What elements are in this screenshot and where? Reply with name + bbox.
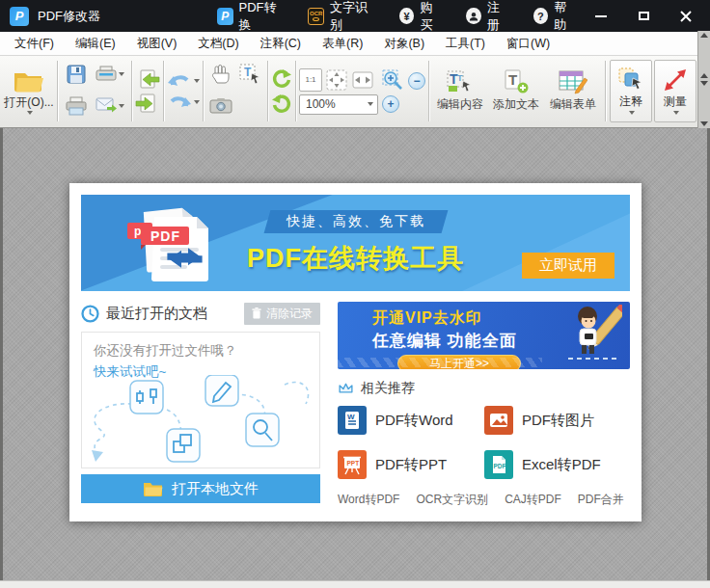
rotate-cw-button[interactable] <box>271 94 292 115</box>
titlebar-link-ocr[interactable]: OCR 文字识别 <box>308 0 375 34</box>
clear-history-button[interactable]: 清除记录 <box>244 303 320 325</box>
recommend-title: 相关推荐 <box>361 380 415 397</box>
maximize-icon <box>639 12 649 20</box>
recommend-pdf-to-image[interactable]: PDF转图片 <box>484 406 630 435</box>
zoom-level-value: 100% <box>306 97 336 111</box>
add-text-icon: T <box>504 69 529 94</box>
recent-documents-section: 最近打开的文档 清除记录 你还没有打开过文件哦？ 快来试试吧~ <box>81 301 320 503</box>
open-dropdown-arrow <box>27 111 33 115</box>
try-now-button[interactable]: 立即试用 <box>522 253 614 279</box>
fit-page-button[interactable] <box>325 68 348 92</box>
svg-text:T: T <box>244 66 252 79</box>
save-icon <box>66 64 87 85</box>
menu-item-comment[interactable]: 注释(C) <box>250 32 312 55</box>
status-bar <box>0 580 710 588</box>
actual-size-button[interactable]: 1:1 <box>299 68 322 92</box>
hand-tool-button[interactable] <box>211 64 231 85</box>
online-convert-banner[interactable]: p PDF 快捷、高效、免下载 PDF在线转换工具 <box>81 195 630 291</box>
titlebar-link-register[interactable]: 注册 <box>466 0 509 34</box>
rotate-ccw-button[interactable] <box>271 68 292 90</box>
fit-width-button[interactable] <box>351 68 374 92</box>
redo-button[interactable] <box>167 94 200 111</box>
marquee-zoom-button[interactable] <box>382 69 405 93</box>
import-page-button[interactable] <box>135 69 160 90</box>
link-ocr[interactable]: OCR文字识别 <box>416 492 488 508</box>
fit-page-icon <box>325 68 348 92</box>
doodle-illustration <box>82 375 317 468</box>
user-register-icon <box>466 8 481 24</box>
app-logo-icon: P <box>10 7 29 26</box>
add-text-button[interactable]: T 添加文本 <box>488 58 544 124</box>
titlebar-link-buy[interactable]: ¥ 购买 <box>399 0 443 34</box>
page-arrow-right-icon <box>135 94 160 114</box>
scanner-icon <box>96 66 117 83</box>
scroll-up-icon <box>700 33 708 38</box>
send-email-button[interactable] <box>96 97 124 114</box>
minimize-button[interactable] <box>587 5 615 28</box>
select-text-button[interactable]: T <box>239 64 260 85</box>
link-word-to-pdf[interactable]: Word转PDF <box>338 492 399 508</box>
measure-button[interactable]: 测量 <box>654 60 696 122</box>
scroll-down-icon <box>700 121 708 126</box>
menu-item-tools[interactable]: 工具(T) <box>435 32 496 55</box>
hand-icon <box>211 64 231 85</box>
svg-text:PPT: PPT <box>347 460 360 467</box>
edit-content-button[interactable]: T T 编辑内容 <box>432 58 488 124</box>
edit-form-button[interactable]: 编辑表单 <box>544 58 602 124</box>
trash-icon <box>252 307 261 319</box>
maximize-button[interactable] <box>629 5 658 28</box>
recent-empty-state: 你还没有打开过文件哦？ 快来试试吧~ <box>81 332 320 468</box>
close-button[interactable] <box>671 5 700 28</box>
svg-text:W: W <box>347 413 355 421</box>
vip-subscribe-button[interactable]: 马上开通>> <box>397 355 521 369</box>
empty-state-line1: 你还没有打开过文件哦？ <box>94 342 308 360</box>
open-file-button[interactable]: 打开(O)... <box>4 58 54 124</box>
link-pdf-merge[interactable]: PDF合并 <box>578 492 624 508</box>
recommend-pdf-to-ppt[interactable]: PPT PDF转PPT <box>338 450 484 479</box>
folder-icon <box>143 481 163 496</box>
yen-buy-icon: ¥ <box>399 8 415 24</box>
menu-item-window[interactable]: 窗口(W) <box>496 32 560 55</box>
excel-to-pdf-icon: PDF <box>484 450 513 479</box>
link-caj-to-pdf[interactable]: CAJ转PDF <box>505 492 561 508</box>
ocr-icon: OCR <box>308 8 324 25</box>
open-folder-icon <box>13 68 45 94</box>
export-page-button[interactable] <box>135 94 160 114</box>
printer-icon <box>66 96 87 116</box>
export-dropdown-arrow <box>119 72 124 76</box>
print-button[interactable] <box>66 96 87 116</box>
menu-item-view[interactable]: 视图(V) <box>126 32 188 55</box>
snapshot-button[interactable] <box>209 97 232 114</box>
toolbar: 打开(O)... <box>0 56 710 128</box>
banner-tagline: 快捷、高效、免下载 <box>287 213 425 230</box>
titlebar-link-pdf-convert[interactable]: P PDF转换 <box>217 0 285 34</box>
page-arrow-left-icon <box>135 69 160 90</box>
redo-dropdown-arrow <box>194 100 200 104</box>
toolbar-overflow-scrollbar[interactable] <box>697 31 710 128</box>
help-icon: ? <box>533 8 549 24</box>
banner-title: PDF在线转换工具 <box>247 241 464 276</box>
zoom-out-button[interactable]: − <box>408 72 425 90</box>
open-local-file-button[interactable]: 打开本地文件 <box>81 474 320 503</box>
annotate-button[interactable]: 注释 <box>610 60 652 122</box>
export-device-button[interactable] <box>96 66 124 83</box>
menu-item-edit[interactable]: 编辑(E) <box>65 32 126 55</box>
email-icon <box>96 97 117 114</box>
zoom-in-button[interactable]: + <box>382 95 399 113</box>
menu-item-form[interactable]: 表单(R) <box>312 32 373 55</box>
zoom-level-combobox[interactable]: 100% <box>299 94 378 115</box>
email-dropdown-arrow <box>119 104 124 108</box>
titlebar-link-help[interactable]: ? 帮助 <box>533 0 577 34</box>
menu-item-document[interactable]: 文档(D) <box>187 32 249 55</box>
edit-form-icon <box>559 69 587 94</box>
undo-button[interactable] <box>167 72 200 90</box>
recommend-pdf-to-word[interactable]: W PDF转Word <box>338 406 484 435</box>
pdf-documents-illustration: p PDF <box>114 201 222 284</box>
vip-banner[interactable]: 开通VIP去水印 任意编辑 功能全面 马上开通>> <box>338 302 630 369</box>
menu-item-file[interactable]: 文件(F) <box>4 32 65 55</box>
recommend-excel-to-pdf[interactable]: PDF Excel转PDF <box>484 450 630 479</box>
save-button[interactable] <box>66 64 87 85</box>
camera-icon <box>209 97 232 114</box>
workspace: p PDF 快捷、高效、免下载 PDF在线转换工具 <box>0 128 710 580</box>
menu-item-object[interactable]: 对象(B) <box>373 32 435 55</box>
